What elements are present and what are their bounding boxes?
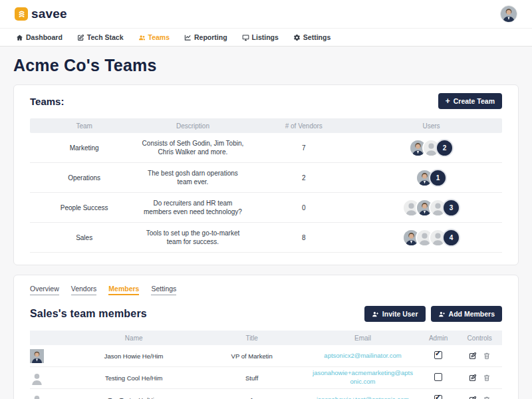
member-row-tes-tester: Tes Tester He/Him 1 jasonahowie+test@apt…	[30, 389, 502, 399]
more-users-badge[interactable]: 2	[436, 139, 454, 157]
delete-member-icon[interactable]	[483, 352, 491, 360]
table-row-sales[interactable]: Sales Tools to set up the go-to-market t…	[30, 223, 502, 253]
nav-label: Listings	[252, 33, 279, 41]
team-detail-card: Overview Vendors Members Settings Sales'…	[13, 275, 519, 399]
admin-checkbox[interactable]	[434, 395, 442, 399]
member-title: VP of Marketin	[198, 352, 306, 360]
user-plus-icon	[372, 311, 379, 318]
column-header-description: Description	[138, 122, 247, 130]
member-email-link[interactable]: jasonahowie+acmemarketing@aptsonic.com	[311, 369, 414, 386]
members-table-header: Name Title Email Admin Controls	[30, 331, 502, 345]
delete-member-icon[interactable]	[483, 396, 491, 399]
member-photo-avatar	[30, 349, 70, 363]
team-description: The best gosh darn operations team ever.	[140, 169, 246, 187]
nav-label: Dashboard	[26, 33, 63, 41]
column-header-name: Name	[70, 334, 198, 342]
edit-member-icon[interactable]	[469, 396, 477, 399]
teams-table-header: Team Description # of Vendors Users	[30, 118, 502, 133]
member-row-jason-howie: Jason Howie He/Him VP of Marketin aptson…	[30, 345, 502, 367]
edit-member-icon[interactable]	[469, 374, 477, 382]
user-avatar-stack: 2	[360, 139, 502, 157]
desktop-icon	[242, 34, 249, 41]
nav-label: Tech Stack	[87, 33, 124, 41]
nav-label: Settings	[303, 33, 331, 41]
tab-vendors[interactable]: Vendors	[71, 285, 97, 295]
add-members-label: Add Members	[449, 310, 495, 318]
more-users-badge[interactable]: 3	[442, 199, 460, 217]
more-users-badge[interactable]: 4	[442, 229, 460, 247]
nav-item-tech-stack[interactable]: Tech Stack	[77, 33, 124, 41]
nav-item-teams[interactable]: Teams	[138, 33, 170, 41]
main-nav: Dashboard Tech Stack Teams Reporting Lis…	[0, 28, 532, 47]
nav-label: Teams	[148, 33, 170, 41]
chart-icon	[184, 34, 192, 41]
table-row-people-success[interactable]: People Success Do recruiters and HR team…	[30, 193, 502, 223]
vendor-count: 7	[247, 144, 360, 152]
column-header-email: Email	[306, 334, 419, 342]
user-avatar-stack: 1	[360, 169, 502, 187]
member-name: Jason Howie He/Him	[70, 352, 198, 360]
member-name: Tes Tester He/Him	[70, 396, 198, 399]
member-placeholder-avatar	[30, 371, 70, 385]
wave-icon	[15, 7, 28, 21]
page-title: Acme Co's Teams	[13, 56, 519, 75]
create-team-label: Create Team	[454, 97, 495, 105]
nav-item-dashboard[interactable]: Dashboard	[16, 33, 63, 41]
gear-icon	[293, 34, 301, 41]
teams-card-title: Teams:	[30, 96, 64, 107]
member-row-testing-cool: Testing Cool He/Him Stuff jasonahowie+ac…	[30, 367, 502, 389]
page-content: Acme Co's Teams Teams: + Create Team Tea…	[0, 47, 532, 399]
team-name: Sales	[30, 234, 138, 241]
nav-item-reporting[interactable]: Reporting	[184, 33, 227, 41]
member-email-link[interactable]: aptsonicx2@mailinator.com	[324, 352, 401, 360]
table-row-operations[interactable]: Operations The best gosh darn operations…	[30, 163, 502, 193]
user-plus-icon	[438, 311, 446, 318]
create-team-button[interactable]: + Create Team	[438, 93, 502, 109]
member-title: Stuff	[198, 374, 306, 382]
teams-card: Teams: + Create Team Team Description # …	[13, 84, 519, 265]
tab-members[interactable]: Members	[108, 285, 139, 295]
user-avatar-stack: 4	[360, 229, 502, 247]
nav-label: Reporting	[194, 33, 227, 41]
vendor-count: 0	[247, 204, 360, 211]
user-avatar-stack: 3	[360, 199, 502, 217]
top-header: savee	[0, 0, 532, 28]
delete-member-icon[interactable]	[483, 374, 491, 382]
team-description: Consists of Seth Godin, Jim Tobin, Chris…	[140, 139, 246, 157]
tab-settings[interactable]: Settings	[151, 285, 176, 295]
edit-icon	[77, 34, 84, 41]
column-header-users: Users	[360, 122, 502, 130]
add-members-button[interactable]: Add Members	[431, 306, 502, 322]
admin-checkbox[interactable]	[434, 351, 442, 359]
more-users-badge[interactable]: 1	[429, 169, 447, 187]
member-name: Testing Cool He/Him	[70, 374, 198, 382]
invite-user-button[interactable]: Invite User	[364, 306, 426, 322]
team-name: People Success	[30, 204, 138, 211]
column-header-team: Team	[30, 122, 138, 130]
brand-logo[interactable]: savee	[15, 7, 67, 21]
member-title: 1	[198, 396, 306, 399]
brand-name: savee	[31, 7, 67, 21]
user-photo-icon	[501, 6, 517, 22]
member-email-link[interactable]: jasonahowie+test@aptsonic.com	[317, 396, 409, 399]
column-header-controls: Controls	[458, 334, 502, 342]
nav-item-listings[interactable]: Listings	[242, 33, 279, 41]
user-avatar[interactable]	[500, 5, 517, 23]
tab-overview[interactable]: Overview	[30, 285, 59, 295]
edit-member-icon[interactable]	[469, 352, 477, 360]
team-name: Operations	[30, 174, 138, 182]
vendor-count: 8	[247, 234, 360, 241]
team-description: Do recruiters and HR team members even n…	[140, 199, 246, 217]
column-header-vendors: # of Vendors	[247, 122, 360, 130]
admin-checkbox[interactable]	[434, 373, 442, 381]
team-description: Tools to set up the go-to-market team fo…	[140, 229, 246, 247]
users-icon	[138, 34, 146, 41]
column-header-title: Title	[198, 334, 306, 342]
team-name: Marketing	[30, 144, 138, 152]
member-placeholder-avatar	[30, 393, 70, 399]
home-icon	[16, 34, 23, 41]
team-detail-tabs: Overview Vendors Members Settings	[30, 285, 502, 295]
invite-user-label: Invite User	[382, 310, 418, 318]
table-row-marketing[interactable]: Marketing Consists of Seth Godin, Jim To…	[30, 133, 502, 163]
nav-item-settings[interactable]: Settings	[293, 33, 331, 41]
